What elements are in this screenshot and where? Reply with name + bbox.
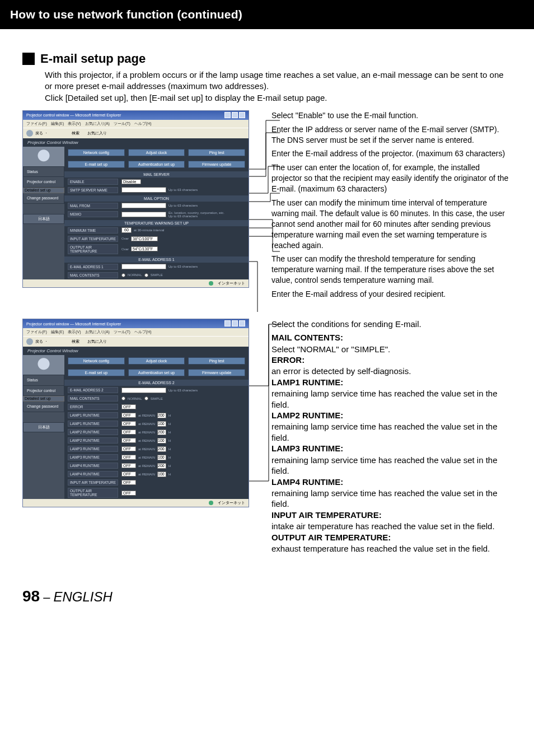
condition-body-0: Select "NORMAL" or "SIMPLE". xyxy=(271,344,512,355)
input-email1[interactable] xyxy=(121,264,166,269)
condition-body-1: an error is detected by self-diagnosis. xyxy=(271,366,512,377)
hint-email1: Up to 63 characters xyxy=(168,265,198,268)
hint-smtp: Up to 63 characters xyxy=(168,188,198,192)
label-smtp: SMTP SERVER NAME xyxy=(68,187,118,193)
panel2-email-addr2: E-MAIL ADDRESS 2 xyxy=(64,380,249,386)
app-logo-icon-2 xyxy=(23,355,64,375)
sidebar2-status[interactable]: Status xyxy=(23,375,64,386)
back-icon-2[interactable] xyxy=(26,338,33,345)
select-enable[interactable]: Disable xyxy=(121,179,141,184)
browser-window-2: Projector control window — Microsoft Int… xyxy=(22,319,249,507)
tab2-firmware-update[interactable]: Firmware update xyxy=(188,369,245,376)
page-footer: 98 – ENGLISH xyxy=(22,587,512,605)
label-mail-contents: MAIL CONTENTS xyxy=(68,272,118,278)
condition-body-2: remaining lamp service time has reached … xyxy=(271,388,512,410)
section-intro: With this projector, if a problem occurs… xyxy=(45,69,509,104)
condition-heading-7: OUTPUT AIR TEMPERATURE: xyxy=(271,532,512,543)
panel-email-addr1: E-MAIL ADDRESS 1 xyxy=(64,256,249,263)
tab-email-setup[interactable]: E-mail set up xyxy=(68,161,125,168)
callout-5: The user can modify the minimum time int… xyxy=(271,198,512,250)
tab-firmware-update[interactable]: Firmware update xyxy=(188,161,245,168)
back-icon[interactable] xyxy=(26,130,33,137)
sidebar-lang-toggle[interactable]: 日本語 xyxy=(23,214,64,224)
label2-mail-contents: MAIL CONTENTS xyxy=(68,395,118,402)
tab-network-config[interactable]: Network config xyxy=(68,149,125,156)
condition-heading-4: LAMP3 RUNTIME: xyxy=(271,443,512,454)
label2-error: ERROR xyxy=(68,404,118,410)
app-title-strip-2: Projector Control Window xyxy=(23,347,249,355)
label-memo: MEMO xyxy=(68,211,118,217)
radio2-simple[interactable] xyxy=(144,396,148,400)
browser2-menubar[interactable]: ファイル(F) 編集(E) 表示(V) お気に入り(A) ツール(T) ヘルプ(… xyxy=(23,328,249,336)
internet-zone-icon xyxy=(209,281,213,286)
sidebar-item-projector-control[interactable]: Projector control xyxy=(23,177,64,188)
input-mail-from[interactable] xyxy=(121,203,166,208)
status-text: インターネット xyxy=(218,281,245,286)
tab-adjust-clock[interactable]: Adjust clock xyxy=(128,149,185,156)
section-bullet-icon xyxy=(22,53,35,65)
page-lang: ENGLISH xyxy=(53,589,112,605)
input-min-time[interactable]: 60 xyxy=(121,227,132,233)
sidebar-item-status[interactable]: Status xyxy=(23,167,64,178)
app-logo-icon xyxy=(23,147,64,167)
hint-min-time: at 30-minute interval xyxy=(134,228,164,232)
condition-body-6: intake air temperature has reached the v… xyxy=(271,521,512,532)
sidebar2-lang[interactable]: 日本語 xyxy=(23,422,64,432)
browser2-titlebar: Projector control window — Microsoft Int… xyxy=(23,319,249,328)
condition-body-3: remaining lamp service time has reached … xyxy=(271,421,512,443)
tab2-network-config[interactable]: Network config xyxy=(68,357,125,365)
browser-statusbar: インターネット xyxy=(23,279,249,287)
condition-heading-1: ERROR: xyxy=(271,354,512,366)
section-title: E-mail setup page xyxy=(40,52,146,66)
callout-6: The user can modify the threshold temper… xyxy=(271,254,512,286)
condition-heading-0: MAIL CONTENTS: xyxy=(271,332,512,343)
select-input-air[interactable]: 38°C/100°F xyxy=(131,236,158,241)
callout-2: Enter the IP address or server name of t… xyxy=(271,124,512,146)
condition-body-4: remaining lamp service time has reached … xyxy=(271,455,512,477)
sidebar2-change-password[interactable]: Change password xyxy=(23,402,64,412)
condition-heading-2: LAMP1 RUNTIME: xyxy=(271,377,512,388)
radio2-normal[interactable] xyxy=(121,396,125,400)
condition-heading-3: LAMP2 RUNTIME: xyxy=(271,410,512,421)
select-output-air[interactable]: 54°C/130°F xyxy=(131,246,158,251)
browser2-toolbar[interactable]: 戻る ・ 検索 お気に入り xyxy=(23,336,249,347)
radio-normal[interactable] xyxy=(121,273,125,277)
browser-window-1: Projector control window — Microsoft Int… xyxy=(22,110,249,288)
tab-ping-test[interactable]: Ping test xyxy=(188,149,245,156)
label-min-time: MINIMUM TIME xyxy=(68,227,118,234)
tab-auth-setup[interactable]: Authentication set up xyxy=(128,161,185,168)
sidebar-item-detailed-setup[interactable]: Detailed set up xyxy=(23,188,64,193)
sidebar-item-change-password[interactable]: Change password xyxy=(23,193,64,204)
toolbar-text: 戻る ・ 検索 お気に入り xyxy=(35,130,107,136)
window-buttons-2[interactable] xyxy=(223,320,245,327)
radio-simple[interactable] xyxy=(144,273,148,277)
page-dash: – xyxy=(43,590,50,605)
callout-3: Enter the E-mail address of the projecto… xyxy=(271,148,512,159)
label-enable: ENABLE xyxy=(68,179,118,185)
label-email1: E-MAIL ADDRESS 1 xyxy=(68,264,118,270)
window-buttons[interactable] xyxy=(223,112,245,119)
browser-toolbar[interactable]: 戻る ・ 検索 お気に入り xyxy=(23,128,249,138)
sidebar2-projector-control[interactable]: Projector control xyxy=(23,386,64,396)
browser2-title: Projector control window — Microsoft Int… xyxy=(26,322,121,326)
input-memo[interactable] xyxy=(121,212,166,217)
condition-heading-5: LAMP4 RUNTIME: xyxy=(271,477,512,488)
sidebar2-detailed-setup[interactable]: Detailed set up xyxy=(23,396,64,402)
input-smtp[interactable] xyxy=(121,187,166,193)
label-mail-from: MAIL FROM xyxy=(68,203,118,209)
select2-error[interactable]: OFF xyxy=(121,404,136,409)
callout-4: The user can enter the location of, for … xyxy=(271,162,512,194)
callout-1: Select "Enable" to use the E-mail functi… xyxy=(271,110,512,121)
app-sidebar-2: Status Projector control Detailed set up… xyxy=(23,355,64,499)
browser2-statusbar: インターネット xyxy=(23,499,249,507)
input2-email2[interactable] xyxy=(121,388,166,393)
condition-heading-6: INPUT AIR TEMPERATURE: xyxy=(271,510,512,521)
tab2-auth-setup[interactable]: Authentication set up xyxy=(128,369,185,376)
tab2-email-setup[interactable]: E-mail set up xyxy=(68,369,125,376)
tab2-ping-test[interactable]: Ping test xyxy=(188,357,245,365)
tab2-adjust-clock[interactable]: Adjust clock xyxy=(128,357,185,365)
app-title-strip: Projector Control Window xyxy=(23,138,249,147)
hint-mail-from: Up to 63 characters xyxy=(168,204,198,207)
browser-menubar[interactable]: ファイル(F) 編集(E) 表示(V) お気に入り(A) ツール(T) ヘルプ(… xyxy=(23,120,249,128)
page-header: How to use network function (continued) xyxy=(0,0,534,39)
